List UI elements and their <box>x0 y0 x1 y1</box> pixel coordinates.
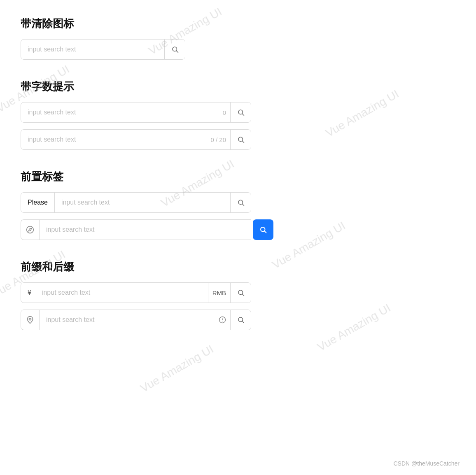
search-icon-2 <box>237 109 245 116</box>
search-button-4[interactable] <box>230 193 251 212</box>
search-wrap-4: Please <box>21 192 251 213</box>
search-icon-4 <box>237 199 245 206</box>
input-row-3: 0 / 20 <box>21 129 455 150</box>
search-input-3[interactable] <box>21 130 206 149</box>
section-clear-icon: 带清除图标 <box>21 16 455 60</box>
search-icon-6 <box>237 289 245 296</box>
section-prefix-suffix: 前缀和后缀 ¥ RMB <box>21 260 455 330</box>
location-icon <box>26 316 34 324</box>
svg-line-11 <box>265 231 266 233</box>
counter-2: 0 / 20 <box>206 136 230 143</box>
suffix-rmb: RMB <box>208 283 230 303</box>
svg-line-5 <box>242 141 244 143</box>
search-input-4[interactable] <box>55 193 230 212</box>
svg-point-18 <box>238 317 243 322</box>
search-wrap-2: 0 <box>21 102 251 123</box>
counter-1: 0 <box>219 109 230 116</box>
input-row-4: Please <box>21 192 455 213</box>
info-icon <box>219 316 226 324</box>
search-icon-1 <box>171 46 179 53</box>
svg-point-12 <box>238 290 243 295</box>
search-button-6[interactable] <box>230 283 251 303</box>
info-icon-slot <box>215 310 230 330</box>
section-title-prefix-suffix: 前缀和后缀 <box>21 260 455 274</box>
footer-credit: CSDN @theMuseCatcher <box>394 460 460 467</box>
svg-line-1 <box>176 51 178 53</box>
section-char-count: 带字数提示 0 0 / 20 <box>21 79 455 150</box>
svg-point-14 <box>29 318 31 320</box>
svg-point-4 <box>238 137 243 142</box>
svg-point-6 <box>238 200 243 205</box>
search-button-2[interactable] <box>230 102 251 122</box>
currency-prefix: ¥ <box>21 289 35 296</box>
search-wrap-7 <box>21 310 251 330</box>
svg-line-3 <box>242 114 244 116</box>
search-button-5-blue[interactable] <box>253 219 273 240</box>
search-icon-5 <box>259 226 267 233</box>
search-button-1[interactable] <box>164 40 185 59</box>
search-input-2[interactable] <box>21 102 219 122</box>
svg-point-8 <box>27 226 34 233</box>
search-button-3[interactable] <box>230 130 251 149</box>
search-wrap-5 <box>21 219 251 240</box>
search-wrap-3: 0 / 20 <box>21 129 251 150</box>
search-input-5[interactable] <box>40 220 251 240</box>
svg-line-19 <box>242 321 244 323</box>
section-title-clear-icon: 带清除图标 <box>21 16 455 31</box>
search-input-1[interactable] <box>21 40 164 59</box>
svg-line-7 <box>242 204 244 206</box>
watermark-8: Vue Amazing UI <box>138 342 216 395</box>
input-row-1 <box>21 39 455 60</box>
prefix-label-please: Please <box>21 193 55 212</box>
section-title-char-count: 带字数提示 <box>21 79 455 94</box>
input-row-5 <box>21 219 455 240</box>
svg-line-13 <box>242 294 244 296</box>
svg-marker-9 <box>28 228 31 231</box>
section-prefix-label: 前置标签 Please <box>21 170 455 240</box>
search-wrap-1 <box>21 39 185 60</box>
svg-point-10 <box>261 227 265 232</box>
location-icon-slot <box>21 310 40 330</box>
svg-point-0 <box>173 47 177 51</box>
input-row-6: ¥ RMB <box>21 282 455 303</box>
search-button-7[interactable] <box>230 310 251 330</box>
section-title-prefix-label: 前置标签 <box>21 170 455 184</box>
svg-point-2 <box>238 110 243 114</box>
input-row-2: 0 <box>21 102 455 123</box>
search-input-7[interactable] <box>40 310 215 330</box>
search-icon-7 <box>237 316 245 324</box>
search-icon-3 <box>237 136 245 143</box>
search-input-6[interactable] <box>35 283 208 303</box>
compass-icon-slot <box>21 220 40 240</box>
search-wrap-6: ¥ RMB <box>21 282 251 303</box>
compass-icon <box>26 226 34 234</box>
input-row-7 <box>21 310 455 330</box>
